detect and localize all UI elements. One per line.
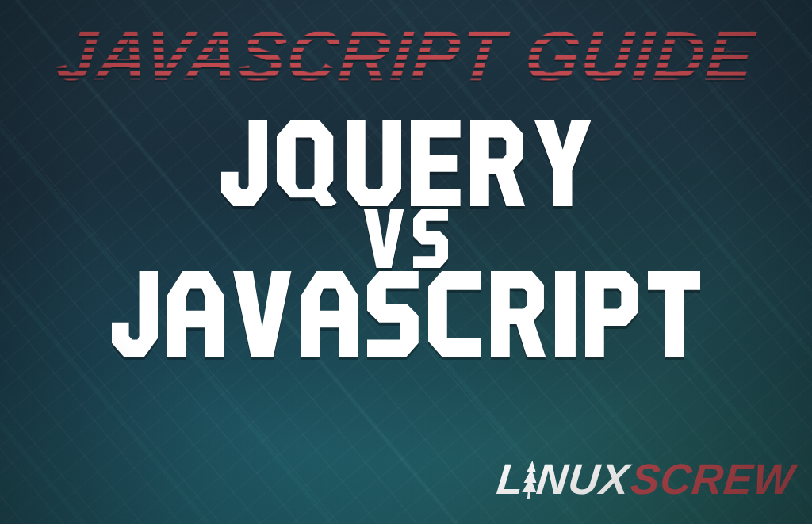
content-stack: JAVASCRIPT GUIDE — [0, 0, 812, 524]
headline — [112, 120, 701, 357]
glyph-R — [491, 271, 546, 357]
glyph-A — [301, 271, 358, 357]
svg-rect-0 — [555, 271, 576, 357]
brand-logo: L NUX SCREW — [495, 454, 798, 503]
kicker-title: JAVASCRIPT GUIDE — [53, 16, 759, 97]
hero-banner: JAVASCRIPT GUIDE L NUX SCREW — [0, 0, 812, 524]
glyph-E — [411, 120, 461, 206]
headline-line-2 — [364, 209, 449, 268]
glyph-V — [364, 209, 404, 268]
glyph-I — [555, 271, 576, 357]
glyph-V — [233, 271, 291, 357]
headline-line-3 — [112, 271, 701, 357]
glyph-J — [112, 271, 158, 357]
glyph-U — [347, 120, 401, 206]
glyph-P — [585, 271, 638, 357]
svg-marker-1 — [521, 461, 539, 499]
glyph-R — [470, 120, 525, 206]
glyph-S — [413, 209, 448, 268]
glyph-C — [428, 271, 481, 357]
glyph-Y — [534, 120, 591, 206]
logo-text-part2: NUX — [534, 454, 633, 503]
logo-text-part3: SCREW — [629, 454, 798, 503]
glyph-S — [367, 271, 419, 357]
glyph-A — [167, 271, 224, 357]
glyph-T — [648, 271, 701, 357]
glyph-J — [221, 120, 267, 206]
headline-line-1 — [221, 120, 591, 206]
glyph-Q — [277, 120, 337, 206]
